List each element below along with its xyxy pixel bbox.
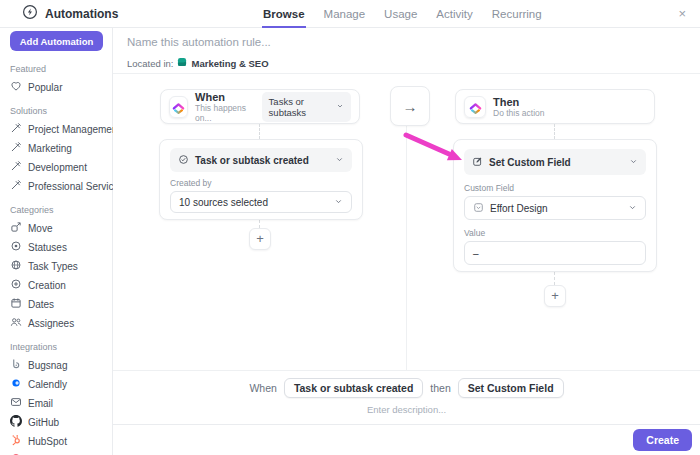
chevron-down-icon bbox=[628, 203, 637, 214]
custom-field-label: Custom Field bbox=[464, 183, 646, 193]
calendly-icon bbox=[10, 377, 22, 391]
when-header-card: When This happens on... Tasks or subtask… bbox=[160, 89, 360, 124]
edit-field-icon bbox=[472, 156, 483, 169]
when-title: When bbox=[195, 91, 255, 103]
when-subtitle: This happens on... bbox=[195, 103, 255, 123]
action-card: Set Custom Field Custom Field Effort Des… bbox=[453, 139, 657, 272]
flow-arrow-box: → bbox=[390, 86, 430, 126]
then-header-text: Then Do this action bbox=[493, 96, 545, 118]
clickup-logo-icon bbox=[169, 96, 188, 118]
annotation-arrow bbox=[403, 129, 469, 167]
modal-title-group: Automations bbox=[0, 4, 262, 24]
chevron-down-icon bbox=[335, 155, 344, 166]
tools-icon bbox=[10, 122, 22, 136]
right-arrow-icon: → bbox=[403, 98, 418, 115]
chevron-down-icon bbox=[629, 157, 638, 168]
sidebar-item-development[interactable]: Development bbox=[10, 161, 102, 173]
located-in-label: Located in: bbox=[127, 58, 173, 69]
section-label-categories: Categories bbox=[10, 205, 102, 215]
tab-bar: Browse Manage Usage Activity Recurring bbox=[262, 0, 543, 28]
trigger-dropdown[interactable]: Task or subtask created bbox=[170, 148, 352, 172]
sidebar-item-professional-services[interactable]: Professional Services bbox=[10, 180, 102, 192]
clickup-logo-icon bbox=[464, 96, 486, 118]
summary-then-label: then bbox=[430, 382, 450, 394]
tab-browse[interactable]: Browse bbox=[262, 1, 306, 28]
automation-name-input[interactable] bbox=[127, 36, 527, 48]
section-label-solutions: Solutions bbox=[10, 106, 102, 116]
sidebar-item-move[interactable]: Move bbox=[10, 222, 102, 234]
value-input[interactable]: – bbox=[464, 241, 646, 265]
sidebar: Add Automation Featured Popular Solution… bbox=[0, 28, 113, 455]
add-trigger-button[interactable]: + bbox=[249, 228, 271, 250]
section-label-integrations: Integrations bbox=[10, 342, 102, 352]
sidebar-item-creation[interactable]: Creation bbox=[10, 279, 102, 291]
then-title: Then bbox=[493, 96, 545, 108]
custom-field-dropdown[interactable]: Effort Design bbox=[464, 196, 646, 220]
sidebar-item-marketing[interactable]: Marketing bbox=[10, 142, 102, 154]
github-icon bbox=[10, 415, 22, 429]
connector-line bbox=[554, 124, 555, 139]
sidebar-item-project-management[interactable]: Project Management bbox=[10, 123, 102, 135]
footer-bar: Create bbox=[113, 424, 700, 455]
section-label-featured: Featured bbox=[10, 64, 102, 74]
sidebar-item-bugsnag[interactable]: Bugsnag bbox=[10, 359, 102, 371]
create-button[interactable]: Create bbox=[633, 429, 692, 451]
summary-divider bbox=[113, 370, 700, 371]
task-types-icon bbox=[10, 259, 22, 273]
bugsnag-icon bbox=[10, 358, 22, 372]
then-subtitle: Do this action bbox=[493, 108, 545, 118]
close-icon[interactable]: × bbox=[678, 6, 686, 21]
creation-icon bbox=[10, 278, 22, 292]
calendar-icon bbox=[10, 297, 22, 311]
sidebar-item-popular[interactable]: Popular bbox=[10, 81, 102, 93]
tools-icon bbox=[10, 141, 22, 155]
summary-trigger-pill[interactable]: Task or subtask created bbox=[284, 378, 423, 398]
when-header-text: When This happens on... bbox=[195, 91, 255, 123]
action-dropdown[interactable]: Set Custom Field bbox=[464, 149, 646, 175]
add-automation-button[interactable]: Add Automation bbox=[10, 31, 103, 51]
sidebar-item-calendly[interactable]: Calendly bbox=[10, 378, 102, 390]
location-name: Marketing & SEO bbox=[191, 58, 268, 69]
sidebar-item-task-types[interactable]: Task Types bbox=[10, 260, 102, 272]
tab-manage[interactable]: Manage bbox=[323, 1, 367, 28]
sidebar-item-assignees[interactable]: Assignees bbox=[10, 317, 102, 329]
chevron-down-icon bbox=[334, 197, 343, 208]
connector-line bbox=[259, 220, 260, 228]
connector-line bbox=[259, 124, 260, 139]
tab-usage[interactable]: Usage bbox=[383, 1, 418, 28]
summary-action-pill[interactable]: Set Custom Field bbox=[458, 378, 564, 398]
connector-line bbox=[554, 272, 555, 285]
trigger-card: Task or subtask created Created by 10 so… bbox=[159, 139, 363, 220]
topbar: Automations Browse Manage Usage Activity… bbox=[0, 0, 700, 28]
sidebar-item-email[interactable]: Email bbox=[10, 397, 102, 409]
automations-modal: Automations Browse Manage Usage Activity… bbox=[0, 0, 700, 455]
sidebar-item-hubspot[interactable]: HubSpot bbox=[10, 435, 102, 447]
automation-bolt-icon bbox=[22, 4, 38, 24]
value-label: Value bbox=[464, 228, 646, 238]
page-title: Automations bbox=[45, 7, 118, 21]
dropdown-field-icon bbox=[473, 202, 484, 215]
chevron-down-icon bbox=[336, 101, 344, 112]
scope-dropdown[interactable]: Tasks or subtasks bbox=[262, 92, 351, 122]
sidebar-item-statuses[interactable]: Statuses bbox=[10, 241, 102, 253]
assignees-icon bbox=[10, 316, 22, 330]
sidebar-item-github[interactable]: GitHub bbox=[10, 416, 102, 428]
main-panel: Located in: Marketing & SEO When This ha… bbox=[113, 28, 700, 455]
hubspot-icon bbox=[10, 434, 22, 448]
tab-activity[interactable]: Activity bbox=[435, 1, 473, 28]
add-action-button[interactable]: + bbox=[544, 285, 566, 307]
created-by-label: Created by bbox=[170, 178, 352, 188]
tools-icon bbox=[10, 179, 22, 193]
location-space-icon bbox=[177, 57, 187, 69]
tab-recurring[interactable]: Recurring bbox=[491, 1, 543, 28]
statuses-icon bbox=[10, 240, 22, 254]
sources-dropdown[interactable]: 10 sources selected bbox=[170, 191, 352, 213]
description-input[interactable]: Enter description... bbox=[113, 404, 700, 415]
tools-icon bbox=[10, 160, 22, 174]
located-in-row[interactable]: Located in: Marketing & SEO bbox=[127, 57, 269, 69]
builder-canvas: When This happens on... Tasks or subtask… bbox=[113, 73, 700, 370]
sidebar-item-dates[interactable]: Dates bbox=[10, 298, 102, 310]
email-icon bbox=[10, 396, 22, 410]
check-circle-icon bbox=[178, 154, 189, 167]
summary-when-label: When bbox=[249, 382, 276, 394]
